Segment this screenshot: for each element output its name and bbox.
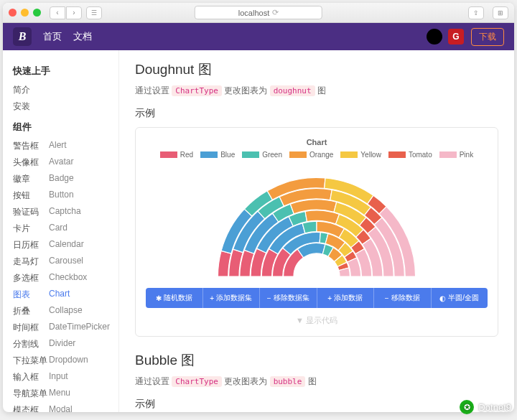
legend-item[interactable]: Blue [200, 151, 235, 159]
sidebar-item[interactable]: 折叠Collapse [13, 303, 118, 319]
sidebar-item[interactable]: 安装 [13, 98, 118, 115]
gitee-icon[interactable]: G [448, 29, 464, 45]
sidebar-item[interactable]: 下拉菜单Dropdown [13, 353, 118, 369]
download-button[interactable]: 下载 [471, 28, 504, 46]
example-heading: 示例 [135, 107, 498, 120]
sidebar-item[interactable]: 导航菜单Menu [13, 386, 118, 402]
chart-action-button[interactable]: + 添加数据 [317, 288, 375, 308]
sidebar-item[interactable]: 分割线Divider [13, 336, 118, 353]
legend-item[interactable]: Orange [289, 151, 333, 159]
sidebar-head-components: 组件 [13, 121, 118, 134]
sidebar-item[interactable]: 走马灯Carousel [13, 253, 118, 270]
minimize-icon[interactable] [21, 9, 29, 17]
chart-action-button[interactable]: ◐ 半圆/全圆 [432, 288, 488, 308]
legend-item[interactable]: Pink [439, 151, 473, 159]
chart-card: Chart RedBlueGreenOrangeYellowTomatoPink… [135, 127, 498, 337]
chart-action-button[interactable]: + 添加数据集 [203, 288, 261, 308]
sidebar-item[interactable]: 时间框DateTimePicker [13, 319, 118, 336]
app-navbar: B 首页 文档 G 下载 [3, 23, 514, 50]
legend-item[interactable]: Green [242, 151, 282, 159]
main-content: Doughnut 图 通过设置 ChartType 更改图表为 doughnut… [119, 50, 514, 412]
legend-item[interactable]: Yellow [340, 151, 381, 159]
sidebar-item[interactable]: 日历框Calendar [13, 237, 118, 253]
address-bar[interactable]: localhost ⟳ [195, 6, 322, 19]
forward-button[interactable]: › [66, 6, 82, 19]
wechat-icon: ✪ [460, 400, 474, 414]
sidebar-item[interactable]: 多选框Checkbox [13, 270, 118, 286]
chart-toolbar: ✱ 随机数据+ 添加数据集− 移除数据集+ 添加数据− 移除数据◐ 半圆/全圆 [146, 288, 488, 308]
chart-action-button[interactable]: − 移除数据 [374, 288, 432, 308]
section-title-doughnut: Doughnut 图 [135, 60, 498, 79]
back-button[interactable]: ‹ [50, 6, 65, 19]
sidebar-item[interactable]: 徽章Badge [13, 171, 118, 187]
maximize-icon[interactable] [33, 9, 41, 17]
logo[interactable]: B [13, 27, 32, 46]
chart-title: Chart [146, 138, 488, 146]
tabs-icon[interactable]: ⊞ [493, 6, 508, 19]
browser-titlebar: ‹ › ☰ localhost ⟳ ⇪ ⊞ [3, 3, 514, 23]
nav-home[interactable]: 首页 [43, 30, 62, 43]
sidebar-toggle-icon[interactable]: ☰ [86, 6, 102, 19]
close-icon[interactable] [9, 9, 17, 17]
sidebar-item[interactable]: 图表Chart [13, 286, 118, 303]
watermark: ✪ Dotnet9 [460, 400, 511, 414]
chart-action-button[interactable]: ✱ 随机数据 [146, 288, 203, 308]
show-code-toggle[interactable]: ▼ 显示代码 [146, 315, 488, 326]
doughnut-chart [146, 164, 488, 279]
github-icon[interactable] [427, 29, 442, 45]
sidebar-item[interactable]: 输入框Input [13, 369, 118, 386]
legend-item[interactable]: Tomato [388, 151, 432, 159]
section-desc: 通过设置 ChartType 更改图表为 doughnut 图 [135, 85, 498, 97]
example-heading-bubble: 示例 [135, 398, 498, 411]
share-icon[interactable]: ⇪ [468, 6, 484, 19]
sidebar-item[interactable]: 卡片Card [13, 220, 118, 237]
sidebar-item[interactable]: 验证码Captcha [13, 204, 118, 220]
legend-item[interactable]: Red [160, 151, 193, 159]
sidebar-item[interactable]: 头像框Avatar [13, 154, 118, 171]
section-title-bubble: Bubble 图 [135, 351, 498, 370]
nav-docs[interactable]: 文档 [73, 30, 92, 43]
sidebar-head-quick: 快速上手 [13, 65, 118, 78]
sidebar: 快速上手 简介安装 组件 警告框Alert头像框Avatar徽章Badge按钮B… [3, 50, 119, 412]
sidebar-item[interactable]: 按钮Button [13, 187, 118, 204]
sidebar-item[interactable]: 简介 [13, 82, 118, 98]
section-desc-bubble: 通过设置 ChartType 更改图表为 bubble 图 [135, 375, 498, 388]
chart-legend: RedBlueGreenOrangeYellowTomatoPink [146, 151, 488, 159]
sidebar-item[interactable]: 警告框Alert [13, 138, 118, 154]
chart-action-button[interactable]: − 移除数据集 [260, 288, 317, 308]
sidebar-item[interactable]: 模态框Modal [13, 402, 118, 412]
